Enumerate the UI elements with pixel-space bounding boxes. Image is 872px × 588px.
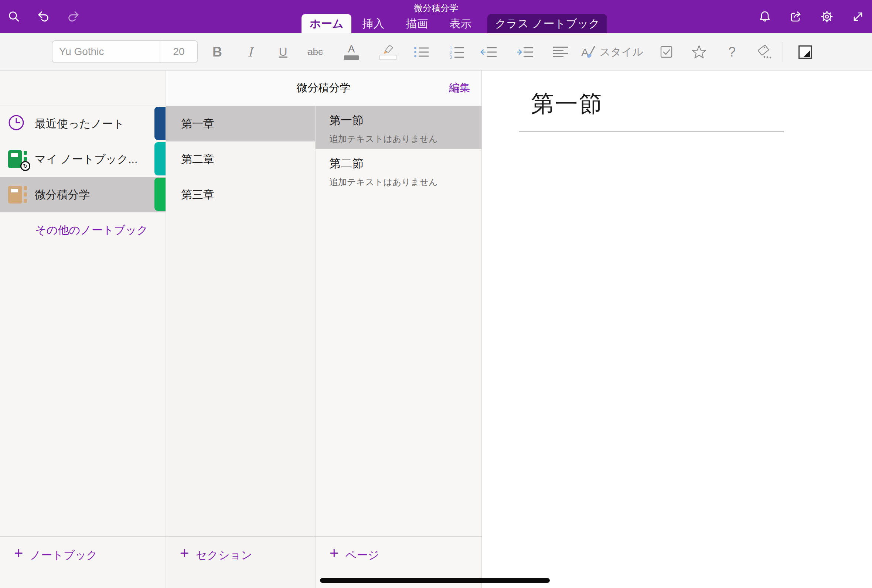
tab-class-notebook-label: クラス ノートブック	[495, 16, 600, 32]
page-content-title[interactable]: 第一節	[531, 88, 603, 119]
todo-tag-button[interactable]	[653, 33, 681, 70]
onenote-app: 微分積分学 ホーム 挿入 描画 表示 クラス ノートブック	[0, 0, 872, 588]
italic-button[interactable]	[236, 33, 264, 70]
add-section-label: セクション	[196, 548, 253, 588]
notifications-bell-icon[interactable]	[758, 10, 771, 23]
section-item-chapter1[interactable]: 第一章	[166, 106, 315, 141]
numbered-list-button[interactable]: 123	[443, 33, 471, 70]
search-icon[interactable]	[8, 10, 21, 23]
section-color-tab	[155, 107, 166, 140]
ribbon-tab-strip: ホーム 挿入 描画 表示 クラス ノートブック	[302, 14, 607, 33]
formatting-toolbar: Yu Gothic 20 abc A 123	[0, 33, 872, 70]
page-list: 第一節 追加テキストはありません 第二節 追加テキストはありません	[315, 106, 482, 536]
highlighter-icon	[381, 44, 395, 54]
notebook-title: 微分積分学	[166, 81, 482, 95]
strikethrough-button[interactable]: abc	[301, 33, 329, 70]
notebook-sidebar: 最近使ったノート ↻ マイ ノートブック... 微分積分学 その他のノートブック	[0, 70, 165, 536]
underline-button[interactable]	[269, 33, 297, 70]
tag-icon	[756, 45, 773, 59]
svg-text:2: 2	[450, 50, 452, 55]
column-divider	[315, 106, 315, 588]
sidebar-item-calculus-notebook[interactable]: 微分積分学	[0, 177, 165, 212]
styles-icon: A	[581, 45, 596, 59]
question-mark-icon	[728, 44, 735, 60]
star-icon	[692, 45, 707, 59]
home-indicator[interactable]	[320, 578, 550, 583]
page-title: 第二節	[329, 149, 482, 171]
redo-icon[interactable]	[66, 10, 80, 23]
column-divider	[165, 70, 166, 588]
alignment-button[interactable]	[546, 33, 575, 70]
notebook-nav-header: 微分積分学 編集	[166, 70, 482, 106]
section-label: 第三章	[181, 187, 214, 202]
numbered-list-icon: 123	[449, 45, 465, 59]
sidebar-item-label: 微分積分学	[35, 187, 90, 202]
sidebar-item-label: マイ ノートブック...	[35, 152, 137, 167]
page-canvas[interactable]: 第一節	[482, 70, 872, 588]
bold-button[interactable]	[203, 33, 231, 70]
bulleted-list-icon	[413, 45, 430, 59]
settings-gear-icon[interactable]	[820, 10, 834, 23]
share-icon[interactable]	[789, 10, 803, 23]
tab-insert[interactable]: 挿入	[351, 14, 395, 33]
sync-badge-icon: ↻	[20, 161, 30, 171]
page-title: 第一節	[329, 106, 482, 128]
font-size-value[interactable]: 20	[160, 41, 197, 62]
indent-button[interactable]	[511, 33, 539, 70]
outdent-icon	[480, 45, 497, 59]
tab-draw-label: 描画	[406, 16, 428, 32]
notebook-green-icon: ↻	[8, 149, 28, 169]
titlebar-right-icons	[758, 0, 864, 33]
tab-insert-label: 挿入	[362, 16, 384, 32]
section-label: 第二章	[181, 152, 214, 167]
tab-view-label: 表示	[449, 16, 471, 32]
section-list: 第一章 第二章 第三章	[166, 106, 315, 536]
highlighter-button[interactable]	[374, 33, 402, 70]
more-notebooks-link[interactable]: その他のノートブック	[0, 212, 165, 248]
titlebar-left-icons	[8, 0, 80, 33]
font-picker[interactable]: Yu Gothic 20	[52, 40, 198, 63]
bulleted-list-button[interactable]	[408, 33, 436, 70]
font-color-icon: A	[348, 44, 355, 54]
plus-icon: +	[14, 546, 23, 588]
section-item-chapter3[interactable]: 第三章	[166, 177, 315, 212]
tags-button[interactable]	[750, 33, 779, 70]
edit-button[interactable]: 編集	[449, 81, 470, 95]
section-item-chapter2[interactable]: 第二章	[166, 141, 315, 177]
tab-home[interactable]: ホーム	[302, 14, 351, 33]
page-item-section1[interactable]: 第一節 追加テキストはありません	[315, 106, 482, 149]
undo-icon[interactable]	[37, 10, 50, 23]
styles-label: スタイル	[600, 45, 644, 60]
page-item-section2[interactable]: 第二節 追加テキストはありません	[315, 149, 482, 192]
document-title: 微分積分学	[0, 2, 872, 14]
tab-view[interactable]: 表示	[438, 14, 482, 33]
svg-text:3: 3	[450, 55, 452, 59]
toolbar-divider	[783, 42, 783, 62]
font-color-swatch	[344, 56, 359, 60]
add-notebook-button[interactable]: + ノートブック	[0, 537, 165, 588]
page-view-button[interactable]	[791, 33, 819, 70]
svg-text:1: 1	[450, 45, 452, 50]
alignment-icon	[553, 45, 568, 59]
add-section-button[interactable]: + セクション	[166, 537, 315, 588]
sidebar-item-label: 最近使ったノート	[35, 116, 125, 132]
clock-icon	[8, 114, 28, 134]
sidebar-item-my-notebook[interactable]: ↻ マイ ノートブック...	[0, 141, 165, 177]
star-tag-button[interactable]	[685, 33, 713, 70]
question-tag-button[interactable]	[718, 33, 746, 70]
font-name-value[interactable]: Yu Gothic	[53, 46, 160, 58]
sidebar-spacer	[0, 70, 165, 106]
expand-fullscreen-icon[interactable]	[851, 10, 864, 23]
add-notebook-label: ノートブック	[30, 548, 98, 588]
page-subtitle: 追加テキストはありません	[329, 133, 482, 145]
tab-draw[interactable]: 描画	[395, 14, 438, 33]
todo-checkbox-icon	[660, 45, 673, 59]
tab-class-notebook[interactable]: クラス ノートブック	[487, 14, 607, 33]
sidebar-item-recent-notes[interactable]: 最近使ったノート	[0, 106, 165, 141]
styles-button[interactable]: A スタイル	[573, 33, 651, 70]
font-color-button[interactable]: A	[337, 33, 365, 70]
outdent-button[interactable]	[475, 33, 503, 70]
page-panel-icon	[798, 45, 812, 59]
indent-icon	[516, 45, 534, 59]
notebook-tan-icon	[8, 184, 28, 205]
